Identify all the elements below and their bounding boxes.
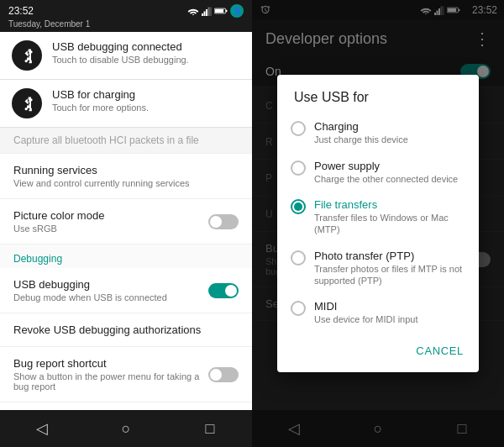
dialog-title: Use USB for bbox=[277, 75, 479, 113]
midi-text: MIDI Use device for MIDI input bbox=[314, 300, 418, 325]
photo-transfer-label: Photo transfer (PTP) bbox=[314, 250, 465, 262]
picture-color-toggle[interactable] bbox=[208, 214, 239, 229]
capture-item-label: Capture all bluetooth HCI packets in a f… bbox=[13, 134, 239, 146]
bug-report-subtitle-left: Show a button in the power menu for taki… bbox=[13, 371, 202, 392]
usb-charge-subtitle: Touch for more options. bbox=[52, 103, 149, 113]
dialog-option-midi[interactable]: MIDI Use device for MIDI input bbox=[277, 293, 479, 332]
usb-debugging-text: USB debugging Debug mode when USB is con… bbox=[13, 278, 167, 302]
charging-sublabel: Just charge this device bbox=[314, 134, 408, 145]
power-supply-radio[interactable] bbox=[291, 160, 306, 176]
picture-color-item[interactable]: Picture color mode Use sRGB bbox=[0, 199, 252, 245]
usb-debugging-toggle[interactable] bbox=[208, 283, 239, 298]
usb-charge-icon bbox=[12, 88, 42, 118]
notification-area: USB debugging connected Touch to disable… bbox=[0, 32, 252, 128]
debugging-label: Debugging bbox=[13, 253, 239, 265]
dialog-option-power-supply[interactable]: Power supply Charge the other connected … bbox=[277, 153, 479, 192]
mock-location-item-left[interactable]: Select mock location app bbox=[0, 402, 252, 410]
right-panel: 23:52 Developer options ⋮ On bbox=[252, 0, 504, 447]
power-supply-label: Power supply bbox=[314, 160, 458, 172]
signal-icon bbox=[202, 7, 212, 16]
midi-sublabel: Use device for MIDI input bbox=[314, 313, 418, 325]
file-transfers-text: File transfers Transfer files to Windows… bbox=[314, 198, 465, 236]
dialog-option-file-transfers[interactable]: File transfers Transfer files to Windows… bbox=[277, 192, 479, 243]
picture-color-subtitle: Use sRGB bbox=[13, 224, 104, 234]
photo-transfer-radio[interactable] bbox=[291, 250, 306, 266]
file-transfers-radio[interactable] bbox=[291, 199, 306, 214]
left-status-icons: 👤 bbox=[187, 4, 244, 18]
svg-rect-7 bbox=[215, 9, 223, 13]
bug-report-item-left[interactable]: Bug report shortcut Show a button in the… bbox=[0, 347, 252, 402]
usb-debug-subtitle: Touch to disable USB debugging. bbox=[52, 55, 189, 65]
left-panel: 23:52 👤 bbox=[0, 0, 252, 447]
charging-label: Charging bbox=[314, 120, 408, 133]
left-back-button[interactable]: ◁ bbox=[17, 410, 67, 447]
charging-text: Charging Just charge this device bbox=[314, 120, 408, 145]
debugging-section-header: Debugging bbox=[0, 245, 252, 268]
svg-rect-6 bbox=[226, 10, 228, 12]
usb-debug-icon bbox=[12, 40, 42, 71]
usb-charge-text: USB for charging Touch for more options. bbox=[52, 88, 149, 113]
left-settings-list: Running services View and control curren… bbox=[0, 154, 252, 410]
revoke-usb-title: Revoke USB debugging authorizations bbox=[13, 323, 239, 336]
usb-debug-text: USB debugging connected Touch to disable… bbox=[52, 40, 189, 65]
cancel-button[interactable]: CANCEL bbox=[407, 338, 472, 364]
svg-rect-3 bbox=[208, 7, 210, 16]
midi-radio[interactable] bbox=[291, 301, 306, 316]
charging-radio[interactable] bbox=[291, 121, 306, 136]
picture-color-text: Picture color mode Use sRGB bbox=[13, 209, 104, 234]
power-supply-sublabel: Charge the other connected device bbox=[314, 173, 458, 185]
dialog-option-charging[interactable]: Charging Just charge this device bbox=[277, 113, 479, 152]
left-recents-button[interactable]: □ bbox=[185, 410, 235, 447]
capture-item: Capture all bluetooth HCI packets in a f… bbox=[0, 128, 252, 154]
revoke-usb-item[interactable]: Revoke USB debugging authorizations bbox=[0, 313, 252, 347]
usb-debug-notification[interactable]: USB debugging connected Touch to disable… bbox=[0, 32, 252, 80]
usb-charge-title: USB for charging bbox=[52, 88, 149, 101]
left-date: Tuesday, December 1 bbox=[8, 19, 244, 32]
usb-debugging-title: USB debugging bbox=[13, 278, 167, 291]
picture-color-title: Picture color mode bbox=[13, 209, 104, 222]
usb-debugging-item[interactable]: USB debugging Debug mode when USB is con… bbox=[0, 268, 252, 313]
photo-transfer-sublabel: Transfer photos or files if MTP is not s… bbox=[314, 263, 465, 287]
svg-rect-4 bbox=[210, 7, 212, 16]
file-transfers-sublabel: Transfer files to Windows or Mac (MTP) bbox=[314, 212, 465, 236]
battery-icon bbox=[214, 7, 228, 15]
usb-charge-notification[interactable]: USB for charging Touch for more options. bbox=[0, 80, 252, 128]
file-transfers-label: File transfers bbox=[314, 198, 465, 211]
photo-transfer-text: Photo transfer (PTP) Transfer photos or … bbox=[314, 250, 465, 287]
running-services-subtitle: View and control currently running servi… bbox=[13, 178, 239, 188]
running-services-item[interactable]: Running services View and control curren… bbox=[0, 154, 252, 199]
left-home-button[interactable]: ○ bbox=[101, 410, 151, 447]
usb-charge-svg-icon bbox=[18, 95, 35, 112]
svg-rect-0 bbox=[202, 13, 203, 16]
power-supply-text: Power supply Charge the other connected … bbox=[314, 160, 458, 185]
bug-report-text-left: Bug report shortcut Show a button in the… bbox=[13, 357, 208, 392]
svg-rect-1 bbox=[204, 11, 206, 16]
dialog-option-photo-transfer[interactable]: Photo transfer (PTP) Transfer photos or … bbox=[277, 243, 479, 294]
use-usb-dialog: Use USB for Charging Just charge this de… bbox=[277, 75, 479, 371]
left-bottom-nav: ◁ ○ □ bbox=[0, 410, 252, 447]
running-services-title: Running services bbox=[13, 164, 239, 176]
svg-rect-2 bbox=[206, 9, 207, 16]
midi-label: MIDI bbox=[314, 300, 418, 313]
bug-report-title-left: Bug report shortcut bbox=[13, 357, 202, 370]
avatar-icon: 👤 bbox=[230, 4, 244, 18]
usb-debugging-subtitle: Debug mode when USB is connected bbox=[13, 292, 167, 302]
wifi-icon bbox=[187, 7, 199, 15]
dialog-overlay: Use USB for Charging Just charge this de… bbox=[252, 0, 504, 447]
dialog-actions: CANCEL bbox=[277, 333, 479, 372]
usb-icon bbox=[18, 47, 35, 64]
bug-report-toggle-left[interactable] bbox=[208, 367, 239, 382]
left-time: 23:52 bbox=[8, 5, 34, 17]
usb-debug-title: USB debugging connected bbox=[52, 40, 189, 53]
